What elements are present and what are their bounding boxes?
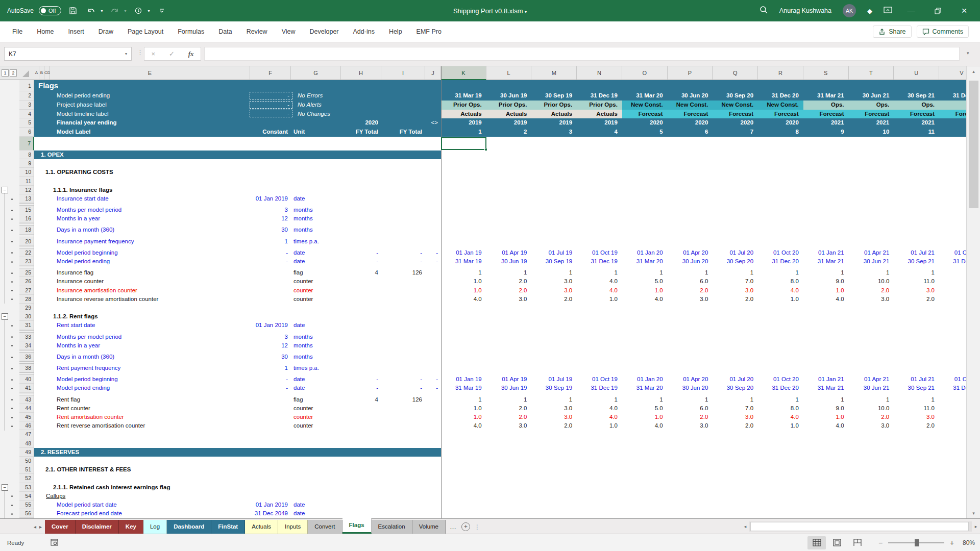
row-header-45[interactable]: 45 bbox=[19, 413, 34, 421]
column-header-P[interactable]: P bbox=[668, 66, 713, 80]
cell-S25[interactable]: 1 bbox=[803, 268, 844, 277]
page-layout-view-icon[interactable] bbox=[828, 536, 846, 549]
cell-N23[interactable]: 31 Dec 19 bbox=[577, 257, 618, 266]
zoom-in-icon[interactable]: + bbox=[948, 539, 955, 547]
row-label[interactable]: Months in a year bbox=[57, 214, 100, 223]
cell-L28[interactable]: 3.0 bbox=[486, 295, 527, 304]
cell-F33[interactable]: 3 bbox=[250, 333, 289, 341]
cell-N6[interactable]: 4 bbox=[577, 128, 618, 137]
cell-I41[interactable]: - bbox=[381, 384, 423, 392]
ribbon-tab-home[interactable]: Home bbox=[30, 21, 61, 42]
row-header-8[interactable]: 8 bbox=[19, 151, 34, 159]
selected-cell-K7[interactable] bbox=[441, 137, 486, 150]
cell-P27[interactable]: 2.0 bbox=[668, 286, 708, 295]
cell-K28[interactable]: 4.0 bbox=[441, 295, 482, 304]
cell-Q6[interactable]: 7 bbox=[713, 128, 753, 137]
cell-Q28[interactable]: 2.0 bbox=[713, 295, 753, 304]
row-header-18[interactable]: 18 bbox=[19, 226, 34, 234]
row-header-13[interactable]: 13 bbox=[19, 194, 34, 203]
autosave-toggle[interactable]: Off bbox=[39, 6, 61, 15]
cell-S6[interactable]: 9 bbox=[803, 128, 844, 137]
row-label[interactable]: Rent start date bbox=[57, 321, 95, 330]
cell-R28[interactable]: 1.0 bbox=[758, 295, 799, 304]
cell-T45[interactable]: 2.0 bbox=[849, 413, 890, 421]
cell-R44[interactable]: 8.0 bbox=[758, 404, 799, 413]
more-sheets[interactable]: … bbox=[446, 523, 460, 534]
row-header-47[interactable]: 47 bbox=[19, 430, 34, 439]
cell-Q4[interactable]: Forecast bbox=[713, 110, 753, 119]
header-input-cell[interactable]: - bbox=[250, 110, 292, 117]
file-name-dropdown-icon[interactable]: ▾ bbox=[525, 10, 527, 14]
cell-G33[interactable]: months bbox=[291, 333, 339, 341]
cell-O6[interactable]: 5 bbox=[622, 128, 663, 137]
cell-S46[interactable]: 4.0 bbox=[803, 421, 844, 430]
comments-button[interactable]: Comments bbox=[917, 26, 969, 38]
cell-G25[interactable]: flag bbox=[291, 268, 339, 277]
cell-R46[interactable]: 1.0 bbox=[758, 421, 799, 430]
cell-L4[interactable]: Actuals bbox=[486, 110, 527, 119]
ribbon-tab-developer[interactable]: Developer bbox=[303, 21, 346, 42]
cell-P5[interactable]: 2020 bbox=[668, 118, 708, 128]
cell-O40[interactable]: 01 Jan 20 bbox=[622, 375, 663, 384]
cell-R3[interactable]: New Const. bbox=[758, 101, 799, 110]
cell-S27[interactable]: 1.0 bbox=[803, 286, 844, 295]
cell-U5[interactable]: 2021 bbox=[894, 118, 935, 128]
cell-M2[interactable]: 30 Sep 19 bbox=[531, 91, 572, 101]
row-header-46[interactable]: 46 bbox=[19, 421, 34, 430]
outline-collapse-button[interactable]: − bbox=[2, 484, 8, 491]
sheet-tab-finstat[interactable]: FinStat bbox=[211, 520, 245, 534]
row-header-2[interactable]: 2 bbox=[19, 91, 34, 101]
cell-P43[interactable]: 1 bbox=[668, 395, 708, 404]
cell-O25[interactable]: 1 bbox=[622, 268, 663, 277]
cell-T28[interactable]: 3.0 bbox=[849, 295, 890, 304]
cell-U45[interactable]: 3.0 bbox=[894, 413, 935, 421]
cell-K4[interactable]: Actuals bbox=[441, 110, 482, 119]
row-label[interactable]: Rent flag bbox=[57, 395, 80, 404]
sheet-tab-dashboard[interactable]: Dashboard bbox=[167, 520, 211, 534]
column-header-G[interactable]: G bbox=[291, 66, 341, 80]
sheet-nav-left-icon[interactable]: ◂ bbox=[0, 524, 39, 534]
cell-G15[interactable]: months bbox=[291, 206, 339, 214]
column-header-U[interactable]: U bbox=[894, 66, 939, 80]
cell-N45[interactable]: 4.0 bbox=[577, 413, 618, 421]
row-header-38[interactable]: 38 bbox=[19, 364, 34, 372]
search-icon[interactable] bbox=[759, 5, 768, 16]
cell-L22[interactable]: 01 Apr 19 bbox=[486, 248, 527, 257]
cell-K26[interactable]: 1.0 bbox=[441, 277, 482, 286]
sheet-nav-right-icon[interactable]: ▸ bbox=[39, 524, 45, 534]
row-header-36[interactable]: 36 bbox=[19, 353, 34, 361]
cell-S3[interactable]: Ops. bbox=[803, 101, 844, 110]
vertical-scrollbar[interactable]: ▴ ▾ bbox=[966, 66, 980, 518]
cell-O45[interactable]: 1.0 bbox=[622, 413, 663, 421]
cell-K25[interactable]: 1 bbox=[441, 268, 482, 277]
cell-P44[interactable]: 6.0 bbox=[668, 404, 708, 413]
cell-S26[interactable]: 9.0 bbox=[803, 277, 844, 286]
cell-S43[interactable]: 1 bbox=[803, 395, 844, 404]
row-header-26[interactable]: 26 bbox=[19, 277, 34, 286]
cell-Q25[interactable]: 1 bbox=[713, 268, 753, 277]
cell-O41[interactable]: 31 Mar 20 bbox=[622, 384, 663, 392]
cell-R43[interactable]: 1 bbox=[758, 395, 799, 404]
row-header-28[interactable]: 28 bbox=[19, 295, 34, 304]
row-header-11[interactable]: 11 bbox=[19, 177, 34, 186]
cell-N41[interactable]: 31 Dec 19 bbox=[577, 384, 618, 392]
cell-M40[interactable]: 01 Jul 19 bbox=[531, 375, 572, 384]
cell-N28[interactable]: 1.0 bbox=[577, 295, 618, 304]
horizontal-scroll-thumb[interactable] bbox=[750, 522, 969, 531]
cell-K5[interactable]: 2019 bbox=[441, 118, 482, 128]
ribbon-tab-insert[interactable]: Insert bbox=[61, 21, 91, 42]
cell-Q44[interactable]: 7.0 bbox=[713, 404, 753, 413]
outline-level-button-2[interactable]: 2 bbox=[10, 69, 17, 77]
row-header-10[interactable]: 10 bbox=[19, 168, 34, 177]
cell-U43[interactable]: 1 bbox=[894, 395, 935, 404]
cell-N4[interactable]: Actuals bbox=[577, 110, 618, 119]
cell-F38[interactable]: 1 bbox=[250, 364, 289, 372]
cell-L43[interactable]: 1 bbox=[486, 395, 527, 404]
zoom-slider-thumb[interactable] bbox=[915, 539, 919, 546]
row-header-52[interactable]: 52 bbox=[19, 474, 34, 483]
cell-K2[interactable]: 31 Mar 19 bbox=[441, 91, 482, 101]
formula-input[interactable] bbox=[204, 47, 960, 61]
cell-O5[interactable]: 2020 bbox=[622, 118, 663, 128]
cell-R26[interactable]: 8.0 bbox=[758, 277, 799, 286]
zoom-level[interactable]: 80% bbox=[958, 539, 975, 546]
